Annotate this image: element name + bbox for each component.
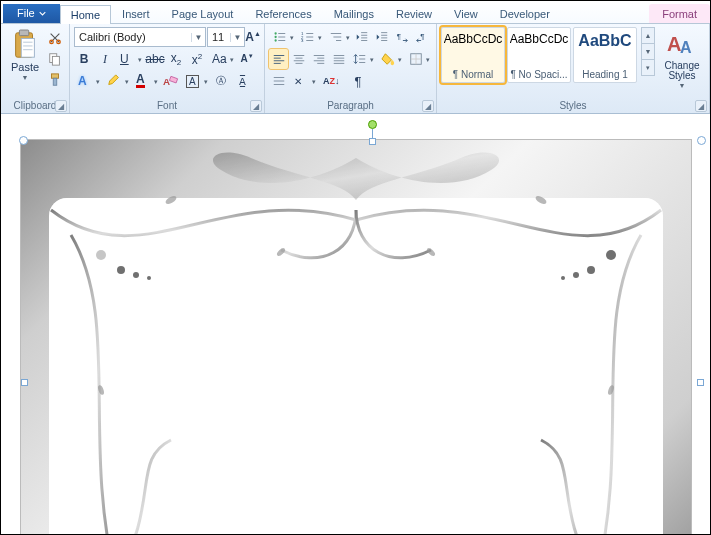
- chevron-down-icon: ▾: [154, 78, 158, 86]
- style-item-2[interactable]: AaBbCHeading 1: [573, 27, 637, 83]
- grow-font-button[interactable]: A▲: [246, 27, 260, 47]
- style-name: ¶ Normal: [453, 69, 493, 80]
- bold-button[interactable]: B: [74, 49, 94, 69]
- underline-button[interactable]: U▾: [116, 49, 144, 69]
- svg-text:3: 3: [301, 38, 304, 43]
- selected-picture[interactable]: [21, 140, 691, 534]
- outdent-icon: [355, 30, 369, 44]
- contextual-tab-group: Format: [649, 4, 710, 23]
- gallery-scroll-up[interactable]: ▲: [641, 27, 655, 44]
- align-left-button[interactable]: [269, 49, 288, 69]
- strikethrough-button[interactable]: abc: [145, 49, 165, 69]
- tab-view[interactable]: View: [443, 4, 489, 23]
- style-preview: AaBbCcDc: [444, 32, 503, 46]
- paragraph-dialog-launcher[interactable]: ◢: [422, 100, 434, 112]
- grow-font-icon: A▲: [245, 30, 261, 44]
- numbering-icon: 123: [301, 30, 315, 44]
- style-item-1[interactable]: AaBbCcDc¶ No Spaci...: [507, 27, 571, 83]
- line-spacing-button[interactable]: ▾: [349, 49, 376, 69]
- phonetic-icon: A̲̅: [239, 76, 246, 87]
- superscript-button[interactable]: x2: [187, 49, 207, 69]
- text-effects-icon: A: [78, 74, 87, 88]
- sort-button[interactable]: AZ↓: [319, 71, 347, 91]
- font-dialog-launcher[interactable]: ◢: [250, 100, 262, 112]
- svg-text:A: A: [680, 39, 692, 56]
- increase-indent-button[interactable]: [373, 27, 392, 47]
- multilevel-list-button[interactable]: ▾: [325, 27, 352, 47]
- bullets-icon: [273, 30, 287, 44]
- justify-button[interactable]: [329, 49, 348, 69]
- svg-point-66: [164, 194, 177, 205]
- font-size-combo[interactable]: 11 ▼: [207, 27, 245, 47]
- enclose-characters-button[interactable]: Ⓐ: [211, 71, 231, 91]
- resize-handle-ml[interactable]: [21, 379, 28, 386]
- group-paragraph: ▾ 123▾ ▾ ¶ ¶ ▾ ▾ ▾ ✕▾ AZ↓ ¶ Paragraph ◢: [265, 24, 437, 113]
- tab-page-layout[interactable]: Page Layout: [161, 4, 245, 23]
- tab-mailings[interactable]: Mailings: [323, 4, 385, 23]
- scissors-icon: [48, 31, 62, 45]
- phonetic-guide-button[interactable]: A̲̅: [232, 71, 252, 91]
- tab-developer[interactable]: Developer: [489, 4, 561, 23]
- ltr-button[interactable]: ¶: [393, 27, 412, 47]
- bullets-button[interactable]: ▾: [269, 27, 296, 47]
- change-styles-icon: AA: [667, 29, 697, 61]
- svg-rect-13: [169, 76, 177, 83]
- clear-formatting-button[interactable]: A: [161, 71, 181, 91]
- font-color-button[interactable]: A▾: [132, 71, 160, 91]
- rotation-handle[interactable]: [368, 120, 377, 129]
- italic-icon: I: [103, 52, 107, 67]
- cut-button[interactable]: [45, 29, 65, 48]
- gallery-expand[interactable]: ▾: [641, 59, 655, 76]
- paste-label: Paste: [11, 61, 39, 73]
- tab-format[interactable]: Format: [651, 4, 708, 23]
- distributed-button[interactable]: [269, 71, 289, 91]
- document-canvas[interactable]: [1, 114, 710, 534]
- paste-button[interactable]: Paste ▼: [5, 27, 45, 89]
- eraser-icon: A: [163, 74, 179, 88]
- resize-handle-tl[interactable]: [19, 136, 28, 145]
- style-item-0[interactable]: AaBbCcDc¶ Normal: [441, 27, 505, 83]
- underline-icon: U: [120, 52, 129, 66]
- chevron-down-icon: ▾: [290, 34, 294, 42]
- font-name-combo[interactable]: Calibri (Body) ▼: [74, 27, 206, 47]
- ribbon: Paste ▼ Clipboard ◢ Calibri (Body): [1, 24, 710, 114]
- copy-icon: [48, 52, 62, 66]
- svg-point-73: [133, 272, 139, 278]
- shrink-font-button[interactable]: A▼: [237, 49, 257, 69]
- svg-text:A: A: [163, 76, 170, 87]
- rtl-icon: ¶: [415, 30, 429, 44]
- tab-home[interactable]: Home: [60, 5, 111, 24]
- shading-button[interactable]: ▾: [377, 49, 404, 69]
- decrease-indent-button[interactable]: [353, 27, 372, 47]
- resize-handle-tm[interactable]: [369, 138, 376, 145]
- gallery-scroll-down[interactable]: ▼: [641, 43, 655, 60]
- subscript-button[interactable]: x2: [166, 49, 186, 69]
- tab-insert[interactable]: Insert: [111, 4, 161, 23]
- resize-handle-tr[interactable]: [697, 136, 706, 145]
- align-right-icon: [312, 52, 326, 66]
- highlight-button[interactable]: ▾: [103, 71, 131, 91]
- resize-handle-mr[interactable]: [697, 379, 704, 386]
- file-tab[interactable]: File: [3, 4, 60, 23]
- character-border-button[interactable]: A▾: [182, 71, 210, 91]
- styles-dialog-launcher[interactable]: ◢: [695, 100, 707, 112]
- clipboard-dialog-launcher[interactable]: ◢: [55, 100, 67, 112]
- change-case-button[interactable]: Aa▾: [208, 49, 236, 69]
- align-right-button[interactable]: [309, 49, 328, 69]
- show-marks-button[interactable]: ¶: [348, 71, 368, 91]
- change-styles-button[interactable]: AA Change Styles ▼: [659, 27, 705, 91]
- tab-references[interactable]: References: [244, 4, 322, 23]
- chevron-down-icon: ▾: [370, 56, 374, 64]
- align-center-button[interactable]: [289, 49, 308, 69]
- copy-button[interactable]: [45, 50, 65, 69]
- svg-rect-10: [52, 74, 59, 78]
- borders-button[interactable]: ▾: [405, 49, 432, 69]
- svg-point-14: [274, 32, 276, 34]
- tab-review[interactable]: Review: [385, 4, 443, 23]
- rtl-button[interactable]: ¶: [413, 27, 432, 47]
- text-effects-button[interactable]: A▾: [74, 71, 102, 91]
- numbering-button[interactable]: 123▾: [297, 27, 324, 47]
- format-painter-button[interactable]: [45, 70, 65, 89]
- italic-button[interactable]: I: [95, 49, 115, 69]
- asian-layout-button[interactable]: ✕▾: [290, 71, 318, 91]
